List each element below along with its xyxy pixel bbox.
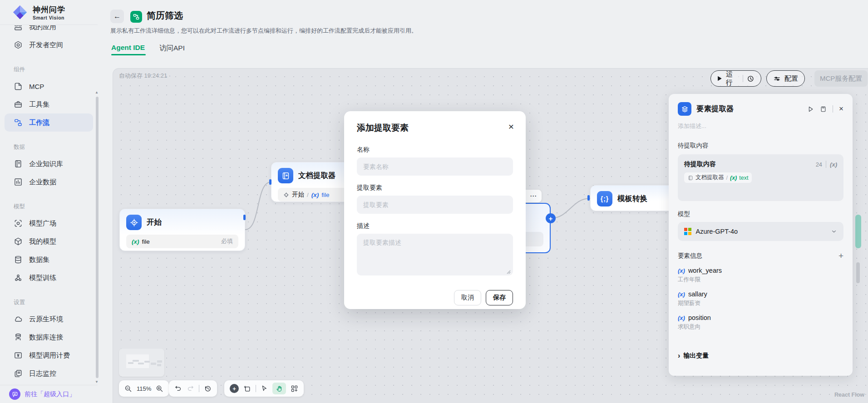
sidebar-item-label: 云原生环境 xyxy=(29,315,63,324)
knowledge-book-icon xyxy=(14,159,23,168)
database-icon xyxy=(14,255,23,264)
logs-icon xyxy=(14,369,23,378)
brand-diamond-icon xyxy=(12,4,28,20)
workflow-icon xyxy=(14,118,23,127)
sidebar-item-label: 我的模型 xyxy=(29,237,56,246)
sidebar-item-my-models[interactable]: 我的模型 xyxy=(0,232,98,251)
sidebar-item-cloud-env[interactable]: 云原生环境 xyxy=(0,310,98,328)
doc-icon xyxy=(688,175,693,181)
sidebar-item-mcp[interactable]: MCP xyxy=(0,77,98,95)
node-more-icon[interactable]: ··· xyxy=(530,193,537,199)
cancel-button[interactable]: 取消 xyxy=(454,290,481,305)
ref-var-name: file xyxy=(321,192,329,198)
ref-node-name: 开始 xyxy=(292,191,304,199)
run-node-icon[interactable] xyxy=(807,106,814,113)
panel-desc-placeholder[interactable]: 添加描述... xyxy=(678,122,843,130)
panel-close-icon[interactable]: × xyxy=(839,104,843,113)
tab-api-access[interactable]: 访问API xyxy=(159,44,185,53)
back-button[interactable]: ← xyxy=(110,10,124,23)
variable-icon: (x) xyxy=(678,291,685,298)
chevron-right-icon: › xyxy=(678,352,680,360)
element-item-work-years[interactable]: (x)work_years 工作年限 xyxy=(678,267,843,284)
node-title: 模板转换 xyxy=(617,194,647,204)
cancel-label: 取消 xyxy=(461,294,474,302)
scrollbar-up-arrow[interactable]: ▲ xyxy=(95,90,99,94)
db-connect-icon xyxy=(14,333,23,342)
plus-icon: + xyxy=(549,215,553,222)
model-section-label: 模型 xyxy=(678,210,843,218)
sidebar-item-dev-space[interactable]: 开发者空间 xyxy=(0,36,98,54)
element-name: sallary xyxy=(688,290,707,298)
training-nodes-icon xyxy=(14,273,23,282)
start-output-handle xyxy=(243,215,246,220)
element-name-input[interactable] xyxy=(357,157,513,176)
save-button[interactable]: 保存 xyxy=(486,290,513,305)
variable-icon: (x) xyxy=(730,175,737,181)
element-desc: 期望薪资 xyxy=(678,300,843,307)
sidebar-item-knowledge-base[interactable]: 企业知识库 xyxy=(0,155,98,173)
element-extractor-panel: 要素提取器 × 添加描述... 待提取内容 待提取内容 24 (x) 文档提取器… xyxy=(669,94,853,376)
node-title: 开始 xyxy=(147,217,162,227)
save-doc-icon[interactable] xyxy=(820,106,827,113)
output-variables-toggle[interactable]: › 输出变量 xyxy=(678,352,843,360)
sidebar-item-my-apps[interactable]: 我的应用 xyxy=(0,25,98,36)
add-element-button[interactable]: + xyxy=(838,253,843,259)
variable-icon: (x) xyxy=(132,238,139,245)
extract-element-input[interactable] xyxy=(357,196,513,214)
sidebar-footer-super-entry[interactable]: 前往「超级入口」 xyxy=(0,385,98,403)
scrollbar-down-arrow[interactable]: ▼ xyxy=(95,380,99,384)
sidebar-item-label: 日志监控 xyxy=(29,369,56,378)
sidebar-item-label: 模型训练 xyxy=(29,274,56,282)
sidebar-scrollbar-thumb[interactable] xyxy=(96,97,99,378)
sidebar-item-label: 企业数据 xyxy=(29,178,56,187)
sidebar-item-label: 开发者空间 xyxy=(29,41,63,49)
variable-type-icon: (x) xyxy=(830,161,837,168)
tab-agent-ide[interactable]: Agent IDE xyxy=(111,44,145,52)
sidebar-item-label: 工作流 xyxy=(29,118,49,127)
sidebar-item-log-monitor[interactable]: 日志监控 xyxy=(0,364,98,383)
model-plaza-icon xyxy=(14,219,23,228)
start-node-icon xyxy=(126,215,142,230)
sidebar-item-model-plaza[interactable]: 模型广场 xyxy=(0,214,98,232)
sidebar-item-toolset[interactable]: 工具集 xyxy=(0,95,98,113)
billing-icon xyxy=(14,351,23,360)
canvas-scrollbar-thumb[interactable] xyxy=(856,262,860,283)
sidebar-section-settings: 设置 xyxy=(0,291,98,310)
doc-extractor-node-icon xyxy=(278,168,293,183)
pending-count: 24 xyxy=(816,161,822,168)
sidebar-item-workflow[interactable]: 工作流 xyxy=(5,113,93,132)
extractor-layers-icon xyxy=(678,102,691,116)
page-title: 简历筛选 xyxy=(147,10,183,22)
sidebar-item-model-training[interactable]: 模型训练 xyxy=(0,269,98,287)
modal-close-icon[interactable]: × xyxy=(508,121,514,132)
tag-var-name: text xyxy=(739,175,748,181)
element-name: work_years xyxy=(688,267,722,274)
sidebar-item-label: 模型调用计费 xyxy=(29,351,70,360)
sidebar-item-enterprise-data[interactable]: 企业数据 xyxy=(0,173,98,191)
add-next-node-button[interactable]: + xyxy=(546,213,556,223)
resize-grip-icon[interactable] xyxy=(507,270,511,274)
sidebar-item-db-connection[interactable]: 数据库连接 xyxy=(0,328,98,346)
pending-content-card[interactable]: 待提取内容 24 (x) 文档提取器 / (x) text xyxy=(678,154,843,201)
sidebar-item-billing[interactable]: 模型调用计费 xyxy=(0,346,98,364)
start-ref-icon xyxy=(283,192,289,198)
required-badge: 必填 xyxy=(221,237,233,246)
name-field-label: 名称 xyxy=(357,146,513,154)
sidebar-nav: 我的应用 开发者空间 组件 MCP 工具集 工作流 数据 企业知识库 企业数据 … xyxy=(0,25,98,385)
slash: / xyxy=(307,192,309,198)
model-select[interactable]: Azure-GPT-4o xyxy=(678,222,843,241)
model-value: Azure-GPT-4o xyxy=(696,228,738,235)
source-variable-tag[interactable]: 文档提取器 / (x) text xyxy=(684,172,752,183)
element-item-position[interactable]: (x)position 求职意向 xyxy=(678,314,843,331)
panel-title: 要素提取器 xyxy=(696,104,802,114)
sidebar-item-label: 企业知识库 xyxy=(29,160,63,168)
element-desc-textarea[interactable] xyxy=(357,234,513,275)
node-start[interactable]: 开始 (x) file 必填 xyxy=(119,209,245,251)
element-item-sallary[interactable]: (x)sallary 期望薪资 xyxy=(678,290,843,307)
sidebar-item-dataset[interactable]: 数据集 xyxy=(0,251,98,269)
active-tab-underline xyxy=(111,54,146,55)
edge-start-to-doc xyxy=(245,182,271,230)
slash: / xyxy=(726,175,728,181)
brand-subtitle: Smart Vision xyxy=(33,15,65,20)
hexagon-icon xyxy=(14,40,23,49)
